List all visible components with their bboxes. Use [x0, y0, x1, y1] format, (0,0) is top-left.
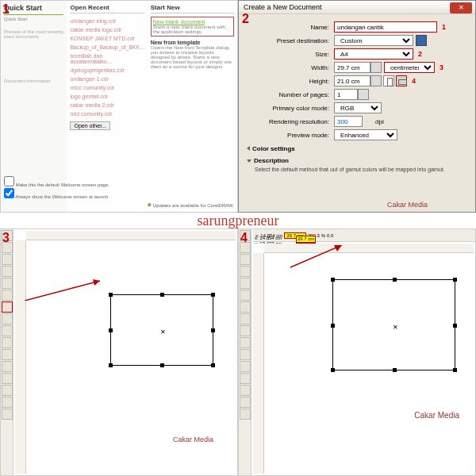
tool-shapes-basic[interactable]	[240, 337, 251, 348]
default-welcome-checkbox[interactable]: Make this the default Welcome screen pag…	[4, 176, 234, 187]
width-input[interactable]	[334, 62, 370, 73]
recent-item[interactable]: Backup_of_Backup_of_BKK...	[70, 43, 144, 52]
tool-text[interactable]	[2, 349, 13, 360]
tool-polygon[interactable]	[2, 325, 13, 336]
tool-outline[interactable]	[240, 397, 251, 408]
colormode-select[interactable]: RGB	[334, 102, 382, 113]
preview-label: Preview mode:	[247, 132, 334, 139]
svg-line-0	[25, 281, 100, 301]
size-select[interactable]: A4	[334, 48, 413, 60]
height-label: Height:	[247, 78, 334, 85]
dialog-title: Create a New Document	[244, 3, 322, 11]
recent-item[interactable]: KONSEP JAKET MTD.cdr	[70, 34, 144, 43]
recent-item[interactable]: logo gemtel.cdr	[70, 92, 144, 101]
recent-item[interactable]: cakar media 2.cdr	[70, 101, 144, 109]
new-template-link[interactable]: New from template	[151, 40, 234, 45]
width-spinner[interactable]	[370, 62, 382, 73]
height-input[interactable]	[334, 75, 370, 86]
quick-start-panel: 1 Quick Start Quick Start Preview of the…	[0, 0, 238, 213]
tool-interactive[interactable]	[240, 373, 251, 384]
recent-item[interactable]: undangan eing.cdr	[70, 17, 144, 25]
tool-crop[interactable]	[240, 254, 251, 265]
tool-ellipse[interactable]	[240, 313, 251, 324]
recent-item[interactable]: cakar media logo.cdr	[70, 25, 144, 34]
portrait-icon[interactable]	[383, 75, 394, 86]
recent-item[interactable]: mtd comunity.cdr	[70, 109, 144, 118]
tool-eyedropper[interactable]	[240, 385, 251, 396]
tool-freehand[interactable]	[240, 278, 251, 289]
name-input[interactable]	[334, 21, 437, 33]
always-show-checkbox[interactable]: Always show the Welcome screen at launch…	[4, 188, 234, 199]
recent-item[interactable]: undangan 1.cdr	[70, 75, 144, 83]
open-other-button[interactable]: Open other...	[70, 121, 109, 130]
ruler-horizontal	[26, 231, 236, 240]
updates-notice[interactable]: ● Updates are available for CorelDRAW.	[147, 200, 234, 209]
color-settings-section[interactable]: Color settings	[247, 145, 467, 152]
pages-spinner[interactable]	[358, 89, 369, 100]
property-bar: x: 14.854 cm 29.7 cm 209.3 % 0.0	[253, 229, 475, 242]
tool-crop[interactable]	[2, 254, 13, 265]
toolbox	[1, 229, 13, 475]
resolution-input[interactable]	[334, 116, 363, 127]
callout-1: 1	[442, 23, 446, 31]
chevron-right-icon	[247, 146, 250, 151]
canvas-panel-3: 3 ✕ Cakar Media	[0, 228, 238, 476]
tool-smart[interactable]	[240, 290, 251, 301]
save-preset-icon[interactable]	[416, 35, 427, 46]
tool-fill[interactable]	[2, 409, 13, 420]
ruler-vertical	[15, 240, 26, 474]
colormode-label: Primary color mode:	[247, 105, 334, 112]
tool-text[interactable]	[240, 349, 251, 360]
tool-interactive[interactable]	[2, 373, 13, 384]
pages-input[interactable]	[334, 89, 358, 100]
tool-smart[interactable]	[2, 290, 13, 301]
recent-item[interactable]: bismillah dan assalam/alaiku...	[70, 52, 144, 66]
quick-start-tab[interactable]: Quick Start	[4, 17, 63, 21]
preview-select[interactable]: Enhanced	[334, 129, 397, 140]
recent-item[interactable]: dgelogojerigenkas.cdr	[70, 66, 144, 75]
arrow-annotation	[286, 245, 342, 269]
preset-select[interactable]: Custom	[334, 35, 413, 46]
tool-table[interactable]	[240, 361, 251, 372]
size-label: Size:	[247, 51, 334, 58]
quick-start-title: Quick Start	[4, 4, 63, 15]
close-icon[interactable]: ✕	[450, 2, 472, 13]
chevron-down-icon	[247, 159, 251, 163]
recent-item[interactable]: mtcc comunity.cdr	[70, 83, 144, 92]
tool-zoom[interactable]	[2, 266, 13, 277]
drawn-rectangle[interactable]: ✕	[332, 279, 455, 370]
rotation[interactable]: 0.0	[327, 233, 333, 238]
tool-outline[interactable]	[2, 397, 13, 408]
preset-label: Preset destination:	[247, 37, 334, 44]
callout-2: 2	[418, 50, 422, 58]
watermark-cakar: Cakar Media	[414, 411, 459, 420]
dialog-titlebar: Create a New Document ✕	[239, 1, 475, 14]
docinfo-label: Document information	[4, 79, 63, 83]
watermark-main: sarungpreneur	[0, 213, 476, 228]
tool-rectangle[interactable]	[240, 301, 251, 313]
height-spinner[interactable]	[370, 75, 382, 86]
toolbox	[239, 229, 251, 475]
new-document-dialog: 2 Create a New Document ✕ Name: 1 Preset…	[238, 0, 476, 213]
callout-3: 3	[440, 63, 443, 71]
annotation-4: 4	[240, 231, 248, 245]
tool-eyedropper[interactable]	[2, 385, 13, 396]
callout-4: 4	[412, 77, 416, 85]
tool-table[interactable]	[2, 361, 13, 372]
arrow-annotation	[25, 277, 104, 301]
resolution-label: Rendering resolution:	[247, 118, 334, 125]
landscape-icon[interactable]	[396, 75, 407, 86]
tool-rectangle[interactable]	[2, 301, 13, 313]
tool-ellipse[interactable]	[2, 313, 13, 324]
tool-polygon[interactable]	[240, 325, 251, 336]
tool-fill[interactable]	[240, 409, 251, 420]
new-blank-link[interactable]: New blank document	[153, 19, 232, 25]
tool-shapes-basic[interactable]	[2, 337, 13, 348]
dpi-label: dpi	[375, 118, 384, 125]
unit-select[interactable]: centimeters	[384, 62, 435, 73]
tool-freehand[interactable]	[2, 278, 13, 289]
new-template-desc: Opens the New from Template dialog; you …	[151, 45, 234, 69]
drawn-rectangle[interactable]: ✕	[110, 294, 213, 366]
tool-zoom[interactable]	[240, 266, 251, 277]
description-section[interactable]: Description	[247, 157, 467, 164]
